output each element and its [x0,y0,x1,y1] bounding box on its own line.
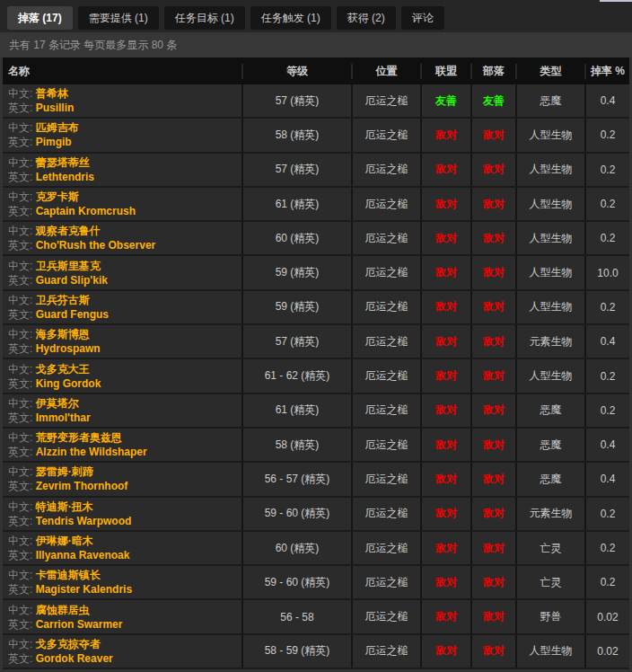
location-link[interactable]: 厄运之槌 [365,402,408,418]
creature-type-cell: 野兽 [515,600,584,632]
cn-label: 中文: [8,638,32,650]
npc-name-cn-link[interactable]: 卫兵斯里基克 [36,260,101,272]
npc-name-en-link[interactable]: Guard Slip'kik [36,274,108,287]
npc-name-en-link[interactable]: Alzzin the Wildshaper [36,446,147,458]
npc-name-en-link[interactable]: King Gordok [36,377,101,390]
npc-name-cell: 中文: 伊莫塔尔英文: Immol'thar [3,394,241,427]
tab-item[interactable]: 任务目标 (1) [164,6,245,30]
tab-item[interactable]: 掉落 (17) [7,6,73,30]
cn-label: 中文: [8,225,32,237]
en-label: 英文: [8,171,32,183]
npc-name-en-link[interactable]: Zevrim Thornhoof [36,480,128,492]
tab-item[interactable]: 评论 [401,6,444,30]
drop-rate-cell: 0.2 [584,566,629,598]
location-link[interactable]: 厄运之槌 [365,368,408,384]
npc-name-en-link[interactable]: Carrion Swarmer [36,618,123,631]
npc-name-cn-link[interactable]: 特迪斯·扭木 [36,500,93,513]
npc-name-en-link[interactable]: Guard Fengus [36,308,109,321]
npc-name-en-link[interactable]: Illyanna Ravenoak [36,549,130,561]
npc-name-cn-link[interactable]: 匹姆吉布 [36,121,79,134]
npc-name-cn-link[interactable]: 卫兵芬古斯 [36,294,90,306]
location-link[interactable]: 厄运之槌 [365,334,408,349]
location-cell: 厄运之槌 [351,498,420,530]
drop-rate-cell: 0.2 [584,222,629,254]
npc-row: 中文: 卡雷迪斯镇长英文: Magister Kalendris59 - 60 … [3,566,629,600]
npc-name-en-link[interactable]: Pusillin [36,102,75,114]
npc-name-en-link[interactable]: Magister Kalendris [36,583,132,596]
npc-row: 中文: 海多斯博恩英文: Hydrospawn57 (精英)厄运之槌敌对敌对元素… [3,325,629,359]
npc-name-cn-link[interactable]: 瑟雷姆·刺蹄 [36,465,93,478]
creature-type-cell: 元素生物 [515,498,584,530]
location-link[interactable]: 厄运之槌 [365,128,408,143]
npc-name-en-link[interactable]: Immol'thar [36,411,91,424]
npc-name-en-link[interactable]: Hydrospawn [36,342,101,355]
horde-standing-cell: 友善 [470,84,515,117]
horde-standing-cell: 敌对 [470,291,515,323]
npc-name-en-link[interactable]: Gordok Reaver [36,652,113,665]
npc-name-cn-link[interactable]: 海多斯博恩 [36,328,90,340]
alliance-standing-cell: 敌对 [420,566,470,598]
table-header-cell: 等级 [241,64,351,79]
npc-name-cn-link[interactable]: 蕾瑟塔蒂丝 [36,156,90,169]
location-cell: 厄运之槌 [351,566,420,598]
alliance-standing: 敌对 [435,231,457,246]
location-link[interactable]: 厄运之槌 [365,265,408,280]
location-link[interactable]: 厄运之槌 [365,162,408,177]
table-header-cell: 联盟 [420,64,470,79]
horde-standing-cell: 敌对 [470,600,515,632]
table-body: 中文: 普希林英文: Pusillin57 (精英)厄运之槌友善友善恶魔0.4中… [3,84,629,669]
npc-name-cell: 中文: 戈多克掠夺者英文: Gordok Reaver [3,635,241,668]
horde-standing: 敌对 [483,334,505,349]
location-link[interactable]: 厄运之槌 [365,472,408,487]
location-cell: 厄运之槌 [351,256,420,288]
horde-standing: 敌对 [483,541,505,556]
cn-label: 中文: [8,604,32,616]
alliance-standing-cell: 敌对 [420,532,470,564]
location-link[interactable]: 厄运之槌 [365,506,408,521]
npc-name-cn-link[interactable]: 戈多克大王 [36,363,90,376]
npc-name-cn-link[interactable]: 观察者克鲁什 [36,225,101,237]
table-header-cell: 位置 [351,64,420,79]
npc-name-cn-link[interactable]: 普希林 [36,87,68,100]
alliance-standing-cell: 敌对 [420,498,470,530]
alliance-standing: 敌对 [435,402,457,418]
npc-row: 中文: 戈多克掠夺者英文: Gordok Reaver58 - 59 (精英)厄… [3,635,629,669]
tab-item[interactable]: 任务触发 (1) [250,6,331,30]
npc-name-cn-link[interactable]: 伊莫塔尔 [36,397,79,410]
location-cell: 厄运之槌 [351,359,420,392]
horde-standing: 敌对 [483,368,505,384]
location-cell: 厄运之槌 [351,84,420,117]
npc-name-en-link[interactable]: Cho'Rush the Observer [36,239,156,252]
location-link[interactable]: 厄运之槌 [365,197,408,212]
location-link[interactable]: 厄运之槌 [365,299,408,314]
location-link[interactable]: 厄运之槌 [365,93,408,109]
npc-name-en-link[interactable]: Pimgib [36,136,72,148]
npc-name-cn-link[interactable]: 戈多克掠夺者 [36,638,101,650]
npc-name-cn-link[interactable]: 腐蚀群居虫 [36,604,90,616]
horde-standing: 敌对 [483,472,505,487]
npc-name-cell: 中文: 观察者克鲁什英文: Cho'Rush the Observer [3,222,241,254]
npc-name-en-link[interactable]: Captain Kromcrush [36,205,136,217]
horde-standing-cell: 敌对 [470,256,515,288]
npc-name-en-link[interactable]: Lethtendris [36,171,94,183]
npc-row: 中文: 卫兵斯里基克英文: Guard Slip'kik59 (精英)厄运之槌敌… [3,256,629,290]
npc-name-en-link[interactable]: Tendris Warpwood [36,515,132,527]
location-link[interactable]: 厄运之槌 [365,643,408,659]
location-link[interactable]: 厄运之槌 [365,541,408,556]
location-link[interactable]: 厄运之槌 [365,575,408,590]
npc-name-cn-link[interactable]: 荒野变形者奥兹恩 [36,431,122,444]
drop-rate-cell: 0.4 [584,463,629,495]
en-label: 英文: [8,446,32,458]
npc-name-cn-link[interactable]: 克罗卡斯 [36,190,79,203]
location-link[interactable]: 厄运之槌 [365,438,408,453]
tab-item[interactable]: 需要提供 (1) [78,6,159,30]
npc-name-cn-link[interactable]: 卡雷迪斯镇长 [36,569,101,581]
location-cell: 厄运之槌 [351,291,420,323]
npc-name-cn-link[interactable]: 伊琳娜·暗木 [36,535,93,547]
location-link[interactable]: 厄运之槌 [365,609,408,624]
location-link[interactable]: 厄运之槌 [365,231,408,246]
cn-label: 中文: [8,156,32,169]
creature-type-cell: 人型生物 [515,256,584,288]
creature-type-cell: 恶魔 [515,463,584,495]
tab-item[interactable]: 获得 (2) [337,6,396,30]
